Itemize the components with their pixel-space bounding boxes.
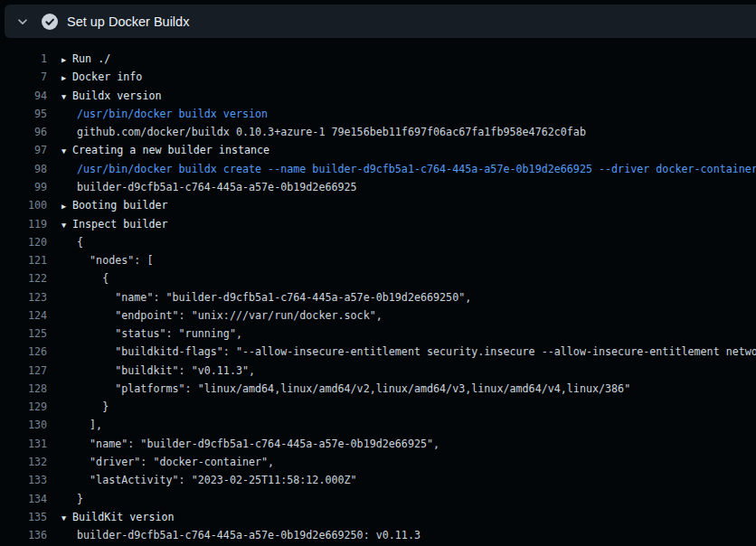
- log-output-text: "endpoint": "unix:///var/run/docker.sock…: [77, 309, 383, 322]
- line-number[interactable]: 122: [0, 272, 47, 285]
- log-line: 131 "name": "builder-d9cfb5a1-c764-445a-…: [0, 435, 756, 453]
- log-line: 119▼Inspect builder: [0, 214, 756, 232]
- log-group-header[interactable]: ▼BuildKit version: [61, 511, 175, 523]
- log-line: 136builder-d9cfb5a1-c764-445a-a57e-0b19d…: [0, 526, 756, 544]
- log-output-text: "status": "running",: [77, 327, 242, 340]
- chevron-down-icon[interactable]: [16, 15, 29, 28]
- log-line: 135▼BuildKit version: [0, 508, 756, 526]
- log-command-text: /usr/bin/docker buildx version: [77, 108, 268, 120]
- log-output-text: ],: [77, 419, 102, 431]
- triangle-down-icon[interactable]: ▼: [61, 92, 72, 101]
- log-group-title: Buildx version: [72, 89, 162, 102]
- line-number[interactable]: 123: [0, 291, 47, 304]
- log-line: 133 "lastActivity": "2023-02-25T11:58:12…: [0, 471, 756, 489]
- line-number[interactable]: 127: [0, 364, 47, 377]
- log-line: 97▼Creating a new builder instance: [0, 141, 756, 159]
- line-number[interactable]: 120: [0, 236, 47, 249]
- log-line: 128 "platforms": "linux/amd64,linux/amd6…: [0, 380, 756, 398]
- log-output-text: }: [77, 493, 83, 505]
- log-output-text: {: [77, 236, 83, 249]
- line-number[interactable]: 131: [0, 438, 47, 450]
- log-line: 7▶Docker info: [0, 68, 756, 86]
- line-number[interactable]: 7: [0, 71, 47, 83]
- log-line: 1▶Run ./: [0, 50, 756, 68]
- log-line: 132 "driver": "docker-container",: [0, 453, 756, 471]
- log-output-text: builder-d9cfb5a1-c764-445a-a57e-0b19d2e6…: [77, 529, 421, 541]
- line-number[interactable]: 128: [0, 382, 47, 395]
- line-number[interactable]: 94: [0, 89, 47, 102]
- step-title: Set up Docker Buildx: [67, 14, 189, 29]
- log-line: 100▶Booting builder: [0, 196, 756, 214]
- triangle-right-icon[interactable]: ▶: [61, 202, 72, 211]
- log-output-text: "lastActivity": "2023-02-25T11:58:12.000…: [77, 474, 357, 486]
- log-group-title: Docker info: [72, 71, 142, 83]
- log-command-text: /usr/bin/docker buildx create --name bui…: [77, 163, 756, 175]
- line-number[interactable]: 98: [0, 163, 47, 175]
- log-line: 129 }: [0, 398, 756, 416]
- log-output-text: "name": "builder-d9cfb5a1-c764-445a-a57e…: [77, 438, 439, 450]
- log-output-text: "platforms": "linux/amd64,linux/amd64/v2…: [77, 382, 630, 395]
- log-line: 120{: [0, 233, 756, 251]
- log-group-title: Creating a new builder instance: [72, 144, 269, 156]
- log-group-header[interactable]: ▶Docker info: [61, 71, 142, 83]
- log-group-title: Inspect builder: [72, 218, 168, 231]
- log-line: 121 "nodes": [: [0, 251, 756, 269]
- log-line: 125 "status": "running",: [0, 325, 756, 343]
- line-number[interactable]: 125: [0, 327, 47, 340]
- line-number[interactable]: 130: [0, 419, 47, 431]
- line-number[interactable]: 121: [0, 254, 47, 267]
- triangle-right-icon[interactable]: ▶: [61, 55, 72, 64]
- line-number[interactable]: 135: [0, 511, 47, 523]
- triangle-down-icon[interactable]: ▼: [61, 221, 72, 230]
- log-group-title: Run ./: [72, 52, 110, 65]
- line-number[interactable]: 1: [0, 52, 47, 65]
- line-number[interactable]: 134: [0, 493, 47, 505]
- log-line: 95/usr/bin/docker buildx version: [0, 105, 756, 123]
- line-number[interactable]: 129: [0, 400, 47, 413]
- line-number[interactable]: 119: [0, 218, 47, 231]
- log-output-text: {: [77, 272, 109, 285]
- log-output-text: github.com/docker/buildx 0.10.3+azure-1 …: [77, 126, 586, 138]
- log-output-text: "driver": "docker-container",: [77, 456, 274, 468]
- triangle-right-icon[interactable]: ▶: [61, 73, 72, 82]
- log-line: 123 "name": "builder-d9cfb5a1-c764-445a-…: [0, 287, 756, 306]
- log-line: 99builder-d9cfb5a1-c764-445a-a57e-0b19d2…: [0, 178, 756, 196]
- log-output-text: "buildkitd-flags": "--allow-insecure-ent…: [77, 345, 756, 358]
- log-group-title: Booting builder: [72, 199, 168, 212]
- log-output-text: "buildkit": "v0.11.3",: [77, 364, 255, 377]
- line-number[interactable]: 100: [0, 199, 47, 212]
- log-output-text: "name": "builder-d9cfb5a1-c764-445a-a57e…: [77, 291, 471, 304]
- log-lines-container: 1▶Run ./7▶Docker info94▼Buildx version95…: [0, 50, 756, 544]
- log-line: 96github.com/docker/buildx 0.10.3+azure-…: [0, 123, 756, 141]
- log-group-header[interactable]: ▼Buildx version: [61, 89, 162, 102]
- log-output-text: }: [77, 400, 109, 413]
- step-header[interactable]: Set up Docker Buildx: [5, 5, 756, 38]
- log-group-header[interactable]: ▶Run ./: [61, 52, 110, 65]
- log-line: 134}: [0, 489, 756, 507]
- log-line: 98/usr/bin/docker buildx create --name b…: [0, 160, 756, 178]
- log-group-header[interactable]: ▶Booting builder: [61, 199, 168, 212]
- triangle-down-icon[interactable]: ▼: [61, 146, 72, 155]
- triangle-down-icon[interactable]: ▼: [61, 513, 72, 522]
- line-number[interactable]: 132: [0, 456, 47, 468]
- log-group-header[interactable]: ▼Inspect builder: [61, 218, 168, 231]
- line-number[interactable]: 96: [0, 126, 47, 138]
- log-group-title: BuildKit version: [72, 511, 175, 523]
- line-number[interactable]: 126: [0, 345, 47, 358]
- line-number[interactable]: 136: [0, 529, 47, 541]
- log-line: 124 "endpoint": "unix:///var/run/docker.…: [0, 306, 756, 325]
- line-number[interactable]: 124: [0, 309, 47, 322]
- check-circle-icon: [42, 14, 58, 30]
- line-number[interactable]: 99: [0, 181, 47, 193]
- log-group-header[interactable]: ▼Creating a new builder instance: [61, 144, 269, 156]
- log-line: 127 "buildkit": "v0.11.3",: [0, 362, 756, 380]
- line-number[interactable]: 97: [0, 144, 47, 156]
- log-line: 122 {: [0, 269, 756, 287]
- log-line: 126 "buildkitd-flags": "--allow-insecure…: [0, 343, 756, 361]
- log-output-text: "nodes": [: [77, 254, 153, 267]
- log-line: 130 ],: [0, 416, 756, 434]
- line-number[interactable]: 133: [0, 474, 47, 486]
- line-number[interactable]: 95: [0, 108, 47, 120]
- log-line: 94▼Buildx version: [0, 87, 756, 105]
- log-output-text: builder-d9cfb5a1-c764-445a-a57e-0b19d2e6…: [77, 181, 357, 193]
